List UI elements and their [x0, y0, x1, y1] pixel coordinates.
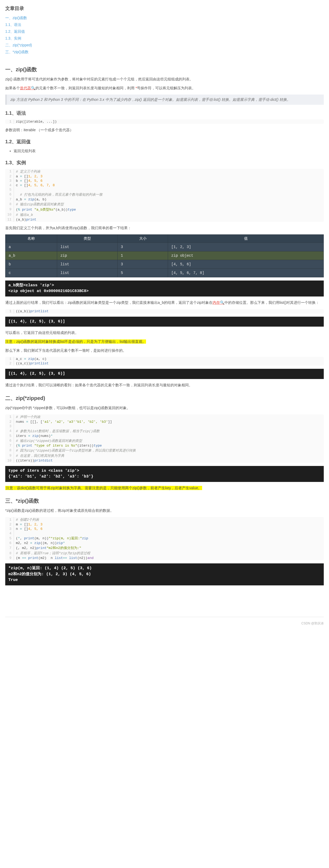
output-box: a_b类型<class 'zip'> <zip object at 0x0000…	[5, 280, 324, 297]
para-highlight: 注意：zip()函数的返回对象转换成list不是必须的，只是为了方便输出，lis…	[5, 339, 324, 345]
output-box: type of iters is <class 'zip'> {'a1': 'b…	[5, 466, 324, 482]
blockquote: zip 方法在 Python 2 和 Python 3 中的不同：在 Pytho…	[5, 95, 324, 105]
table-row: alist3[1, 2, 3]	[5, 243, 324, 251]
toc-link[interactable]: 1.2、返回值	[5, 29, 25, 33]
output-box: *zip(m, n)返回: (1, 4) (2, 5) (3, 6) m2和n2…	[5, 563, 324, 585]
output-box: [(1, 4), (2, 5), (3, 6)]	[5, 369, 324, 379]
toc-link[interactable]: 一、zip()函数	[5, 16, 27, 20]
code-block: 1zip([iterable, ...])	[5, 119, 324, 124]
para: zip(*zipped)中的 *zipped参数，可以list数组，也可以是zi…	[5, 405, 324, 411]
para: *zip()函数是zip()函数的逆过程，将zip对象变成原先组合前的数据。	[5, 507, 324, 514]
heading-s12: 1.2、返回值	[5, 138, 324, 145]
link-memory[interactable]: 内存🔍	[213, 301, 225, 305]
table-of-contents: 文章目录 一、zip()函数 1.1、语法 1.2、返回值 1.3、实例 二、z…	[5, 5, 324, 56]
code-block: 1((a_b))printlist	[5, 309, 324, 313]
table-row: blist3[4, 5, 6]	[5, 260, 324, 269]
para: 那么下来，我们测试下当迭代器的元素个数不一致时，是如何进行操作的。	[5, 347, 324, 354]
para: 通过上面的运行结果，我们可以看出：zip函数的返回对象类型是一个zip类型，我们…	[5, 300, 324, 306]
para: 如果各个迭代器🔍的元素个数不一致，则返回列表长度与最短的对象相同，利用 *号操作…	[5, 85, 324, 91]
return-list: 返回元组列表	[5, 148, 324, 154]
heading-s1: 一、zip()函数	[5, 66, 324, 73]
heading-s3: 三、*zip()函数	[5, 497, 324, 504]
code-block: 1# 定义三个列表2a = []1, 2, 33b = []4, 5, 64c …	[5, 169, 324, 222]
heading-s13: 1.3、实例	[5, 159, 324, 166]
para: 可以看出，它返回了由这些元组组成的列表。	[5, 330, 324, 336]
para: zip() 函数用于将可迭代的对象作为参数，将对象中对应的元素打包成一个个元组，…	[5, 76, 324, 83]
search-icon: 🔍	[31, 86, 35, 90]
heading-s11: 1.1、语法	[5, 110, 324, 116]
link-iterator[interactable]: 迭代器🔍	[20, 86, 35, 90]
para-highlight: 注意：该dict()函数可用于将zip对象转换为字典。需要注意的是，只能使用两个…	[5, 485, 324, 491]
heading-s2: 二、zip(*zipped)	[5, 395, 324, 402]
toc-link[interactable]: 1.1、语法	[5, 23, 21, 27]
code-block: 1a_c = zip(a, c)2((a_c))printlist	[5, 357, 324, 366]
para: 首先我们定义三个列表，并为a,b列表使用zip()函数，我们简单的看一下结果：	[5, 225, 324, 231]
code-block: 1# 创建2个列表2m = []1, 2, 33n = []4, 5, 64 5…	[5, 517, 324, 560]
toc-link[interactable]: 1.3、实例	[5, 36, 21, 40]
table-row: clist5[4, 5, 6, 7, 8]	[5, 269, 324, 277]
code-block: 1# 声明一个列表2nums = [[], ['a1', 'a2', 'a3''…	[5, 414, 324, 463]
table-row: a_bzip1zip object	[5, 251, 324, 260]
footer-credit: CSDN @郭庆涛	[5, 621, 324, 626]
toc-title: 文章目录	[5, 5, 324, 11]
toc-link[interactable]: 二、zip(*zipped)	[5, 43, 32, 47]
para: 通过这个执行结果，我们可以清晰的看到：如果各个迭代器的元素个数不一致，则返回列表…	[5, 382, 324, 389]
search-icon: 🔍	[220, 301, 225, 305]
variables-table: 名称 类型 大小 值 alist3[1, 2, 3]a_bzip1zip obj…	[5, 235, 324, 277]
para: 参数说明：iterable （一个或多个迭代器）	[5, 127, 324, 133]
output-box: [(1, 4), (2, 5), (3, 6)]	[5, 317, 324, 327]
toc-list: 一、zip()函数 1.1、语法 1.2、返回值 1.3、实例 二、zip(*z…	[5, 15, 324, 56]
toc-link[interactable]: 三、*zip()函数	[5, 50, 29, 54]
